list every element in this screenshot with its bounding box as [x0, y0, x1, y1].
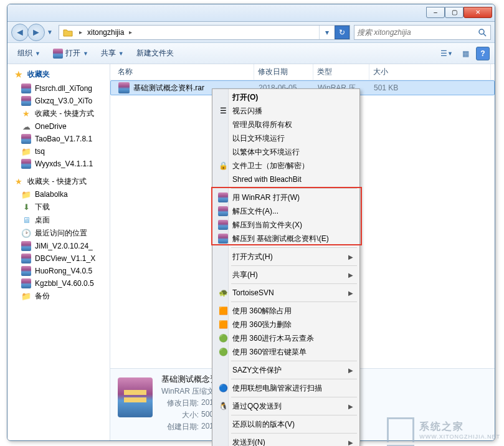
- submenu-arrow-icon: ▶: [348, 367, 353, 374]
- breadcrumb[interactable]: ▸ xitongzhijia ▸ ▾ ↻: [59, 25, 350, 40]
- ctx-shred[interactable]: Shred with BleachBit: [214, 173, 358, 186]
- ctx-guard[interactable]: 🔒文件卫士（加密/解密）: [214, 159, 358, 173]
- column-type[interactable]: 类型: [313, 64, 369, 80]
- address-bar: ◄ ► ▼ ▸ xitongzhijia ▸ ▾ ↻: [7, 22, 495, 43]
- submenu-arrow-icon: ▶: [348, 272, 353, 278]
- svg-line-1: [483, 34, 486, 36]
- column-size[interactable]: 大小: [369, 64, 491, 80]
- rar-large-icon: [118, 377, 153, 417]
- 360-icon: 🟧: [217, 319, 229, 330]
- star-icon: ★: [21, 109, 31, 119]
- chevron-right-icon: ▸: [126, 29, 135, 36]
- sidebar-item[interactable]: 🖥桌面: [9, 214, 108, 227]
- ctx-tw[interactable]: 以繁体中文环境运行: [214, 145, 358, 159]
- ctx-vy[interactable]: ☰视云闪播: [214, 104, 358, 118]
- toolbar-open[interactable]: 打开▼: [48, 45, 93, 61]
- ctx-open-with[interactable]: 打开方式(H)▶: [214, 250, 358, 263]
- sidebar-item[interactable]: ⬇下载: [9, 201, 108, 214]
- recent-icon: 🕑: [21, 229, 31, 239]
- ctx-tortoise[interactable]: 🐢TortoiseSVN▶: [214, 286, 358, 300]
- rar-icon: [53, 49, 63, 59]
- nav-forward-button[interactable]: ►: [27, 24, 45, 41]
- ctx-extract-here[interactable]: 解压到当前文件夹(X): [214, 218, 358, 232]
- ctx-extract-to[interactable]: 解压到 基础测试概念资料\(E): [214, 232, 358, 245]
- sidebar-item[interactable]: DBCView_V1.1_X: [9, 252, 108, 265]
- ctx-share[interactable]: 共享(H)▶: [214, 268, 358, 282]
- toolbar-newfolder[interactable]: 新建文件夹: [131, 45, 179, 61]
- sidebar-item[interactable]: Ftsrch.dll_XiTong: [9, 82, 108, 95]
- breadcrumb-dropdown[interactable]: ▾: [320, 26, 335, 39]
- tortoise-icon: 🐢: [217, 287, 229, 298]
- search-box[interactable]: [354, 25, 491, 40]
- minimize-button[interactable]: –: [426, 7, 445, 18]
- rar-icon: [218, 192, 228, 202]
- ctx-lenovo[interactable]: 🔵使用联想电脑管家进行扫描: [214, 381, 358, 395]
- close-button[interactable]: ✕: [464, 7, 492, 18]
- nav-history-dropdown[interactable]: ▼: [45, 26, 55, 39]
- breadcrumb-segment[interactable]: xitongzhijia: [85, 28, 126, 37]
- rar-icon: [218, 206, 228, 216]
- column-name[interactable]: 名称: [114, 64, 254, 80]
- ctx-jp[interactable]: 以日文环境运行: [214, 131, 358, 145]
- qq-icon: 🐧: [217, 401, 229, 412]
- ctx-360-release[interactable]: 🟧使用 360解除占用: [214, 304, 358, 318]
- sidebar-item[interactable]: ☁OneDrive: [9, 120, 108, 133]
- view-options-button[interactable]: ☰ ▼: [439, 47, 455, 60]
- ctx-360-force[interactable]: 🟧使用 360强力删除: [214, 318, 358, 331]
- ctx-admin[interactable]: 管理员取得所有权: [214, 118, 358, 131]
- rar-icon: [21, 83, 31, 93]
- ctx-sazy[interactable]: SAZY文件保护▶: [214, 363, 358, 377]
- sidebar-item[interactable]: Glxzq_V3.0_XiTo: [9, 95, 108, 107]
- maximize-button[interactable]: ▢: [445, 7, 464, 18]
- sidebar-item[interactable]: 📁备份: [9, 290, 108, 303]
- star-icon: ★: [14, 70, 24, 80]
- sidebar-item[interactable]: 📁tsq: [9, 145, 108, 158]
- rar-icon: [21, 254, 31, 263]
- rar-icon: [21, 134, 31, 144]
- column-date[interactable]: 修改日期: [254, 64, 313, 80]
- sidebar-item[interactable]: 🕑最近访问的位置: [9, 227, 108, 240]
- toolbar-organize[interactable]: 组织▼: [12, 45, 45, 61]
- onedrive-icon: ☁: [21, 121, 31, 131]
- sidebar-item[interactable]: 📁Balabolka: [9, 188, 108, 201]
- ctx-360-trojan[interactable]: 🟢使用 360进行木马云查杀: [214, 331, 358, 345]
- 360-icon: 🟢: [217, 333, 229, 344]
- rar-icon: [21, 96, 31, 106]
- preview-pane-button[interactable]: ▦: [457, 47, 473, 60]
- ctx-winrar-open[interactable]: 用 WinRAR 打开(W): [214, 191, 358, 204]
- ctx-extract-files[interactable]: 解压文件(A)...: [214, 204, 358, 218]
- rar-icon: [21, 278, 31, 288]
- sidebar-item[interactable]: ★收藏夹 - 快捷方式: [9, 175, 108, 188]
- folder-icon: 📁: [21, 189, 31, 199]
- ctx-restore[interactable]: 还原以前的版本(V): [214, 417, 358, 431]
- submenu-arrow-icon: ▶: [348, 290, 353, 297]
- desktop-icon: 🖥: [21, 216, 31, 225]
- folder-icon: 📁: [21, 292, 31, 301]
- column-headers: 名称 修改日期 类型 大小: [110, 64, 495, 80]
- favorites-header[interactable]: ★ 收藏夹: [9, 67, 108, 82]
- shield-icon: 🔒: [217, 160, 229, 171]
- rar-icon: [218, 220, 228, 230]
- watermark: 系统之家 WWW.XITONGZHIJIA.NET: [387, 417, 500, 442]
- ctx-qq[interactable]: 🐧通过QQ发送到▶: [214, 399, 358, 413]
- navigation-pane: ★ 收藏夹 Ftsrch.dll_XiTong Glxzq_V3.0_XiTo …: [7, 64, 110, 440]
- sidebar-item[interactable]: HuoRong_V4.0.5: [9, 265, 108, 277]
- sidebar-item[interactable]: ★收藏夹 - 快捷方式: [9, 107, 108, 120]
- file-size: 501 KB: [370, 83, 490, 92]
- ctx-sendto[interactable]: 发送到(N)▶: [214, 435, 358, 446]
- sidebar-item[interactable]: JiMi_V2.0.10.24_: [9, 240, 108, 252]
- nav-back-button[interactable]: ◄: [11, 24, 29, 41]
- help-button[interactable]: ?: [476, 47, 490, 60]
- search-icon[interactable]: [477, 27, 488, 38]
- sidebar-item[interactable]: Wyyxds_V4.1.1.1: [9, 158, 108, 170]
- sidebar-item[interactable]: TaoBao_V1.7.8.1: [9, 133, 108, 145]
- 360-icon: 🟧: [217, 305, 229, 316]
- refresh-button[interactable]: ↻: [335, 26, 349, 39]
- ctx-open[interactable]: 打开(O): [214, 90, 358, 104]
- titlebar: – ▢ ✕: [7, 4, 495, 22]
- toolbar-share[interactable]: 共享▼: [96, 45, 129, 61]
- ctx-360-right[interactable]: 🟢使用 360管理右键菜单: [214, 345, 358, 359]
- search-input[interactable]: [357, 28, 477, 37]
- rar-icon: [21, 266, 31, 276]
- sidebar-item[interactable]: Kgzbbl_V4.60.0.5: [9, 277, 108, 290]
